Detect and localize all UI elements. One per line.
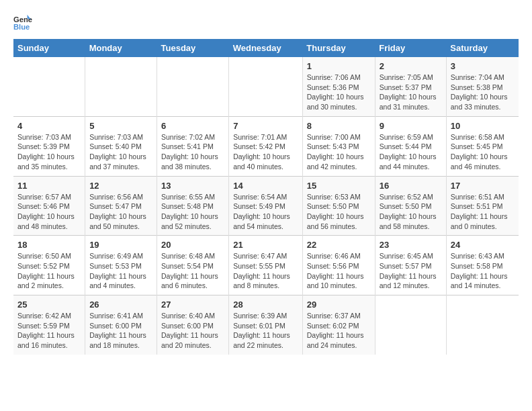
calendar-cell: 20Sunrise: 6:48 AM Sunset: 5:54 PM Dayli… (157, 236, 229, 295)
day-detail: Sunrise: 6:55 AM Sunset: 5:48 PM Dayligh… (161, 192, 224, 232)
page-header: General Blue (13, 13, 519, 32)
day-detail: Sunrise: 6:51 AM Sunset: 5:51 PM Dayligh… (451, 192, 515, 232)
day-number: 15 (307, 181, 371, 191)
day-number: 11 (17, 181, 81, 191)
week-row-3: 11Sunrise: 6:57 AM Sunset: 5:46 PM Dayli… (13, 176, 519, 236)
day-detail: Sunrise: 6:43 AM Sunset: 5:58 PM Dayligh… (451, 251, 515, 291)
calendar-cell: 13Sunrise: 6:55 AM Sunset: 5:48 PM Dayli… (157, 176, 229, 236)
calendar-cell: 4Sunrise: 7:03 AM Sunset: 5:39 PM Daylig… (13, 116, 85, 176)
day-detail: Sunrise: 6:54 AM Sunset: 5:49 PM Dayligh… (233, 192, 298, 232)
calendar-cell: 12Sunrise: 6:56 AM Sunset: 5:47 PM Dayli… (85, 176, 157, 236)
day-detail: Sunrise: 6:53 AM Sunset: 5:50 PM Dayligh… (307, 192, 371, 232)
week-row-5: 25Sunrise: 6:42 AM Sunset: 5:59 PM Dayli… (13, 295, 519, 355)
weekday-header-row: SundayMondayTuesdayWednesdayThursdayFrid… (13, 39, 519, 57)
calendar-table: SundayMondayTuesdayWednesdayThursdayFrid… (13, 39, 519, 355)
logo-icon: General Blue (13, 13, 32, 32)
calendar-cell: 10Sunrise: 6:58 AM Sunset: 5:45 PM Dayli… (446, 116, 519, 176)
weekday-header-thursday: Thursday (302, 39, 375, 57)
day-number: 10 (451, 121, 515, 131)
week-row-2: 4Sunrise: 7:03 AM Sunset: 5:39 PM Daylig… (13, 116, 519, 176)
day-detail: Sunrise: 6:46 AM Sunset: 5:56 PM Dayligh… (307, 251, 371, 291)
day-detail: Sunrise: 6:57 AM Sunset: 5:46 PM Dayligh… (17, 192, 81, 232)
day-number: 26 (89, 300, 152, 310)
calendar-cell: 3Sunrise: 7:04 AM Sunset: 5:38 PM Daylig… (446, 57, 519, 116)
day-number: 12 (89, 181, 152, 191)
weekday-header-saturday: Saturday (446, 39, 519, 57)
day-number: 13 (161, 181, 224, 191)
calendar-cell (446, 295, 519, 355)
day-number: 21 (233, 240, 298, 250)
day-detail: Sunrise: 7:00 AM Sunset: 5:43 PM Dayligh… (307, 132, 371, 172)
weekday-header-tuesday: Tuesday (157, 39, 229, 57)
day-number: 16 (380, 181, 442, 191)
day-detail: Sunrise: 7:04 AM Sunset: 5:38 PM Dayligh… (451, 73, 515, 112)
day-detail: Sunrise: 6:40 AM Sunset: 6:00 PM Dayligh… (161, 311, 224, 351)
day-number: 24 (451, 240, 515, 250)
day-detail: Sunrise: 6:41 AM Sunset: 6:00 PM Dayligh… (89, 311, 152, 351)
day-number: 23 (380, 240, 442, 250)
day-detail: Sunrise: 7:05 AM Sunset: 5:37 PM Dayligh… (380, 73, 442, 112)
day-number: 22 (307, 240, 371, 250)
day-number: 5 (89, 121, 152, 131)
calendar-cell: 2Sunrise: 7:05 AM Sunset: 5:37 PM Daylig… (375, 57, 446, 116)
day-detail: Sunrise: 7:01 AM Sunset: 5:42 PM Dayligh… (233, 132, 298, 172)
day-number: 17 (451, 181, 515, 191)
day-number: 28 (233, 300, 298, 310)
day-detail: Sunrise: 7:03 AM Sunset: 5:39 PM Dayligh… (17, 132, 81, 172)
calendar-cell: 9Sunrise: 6:59 AM Sunset: 5:44 PM Daylig… (375, 116, 446, 176)
calendar-cell: 28Sunrise: 6:39 AM Sunset: 6:01 PM Dayli… (229, 295, 303, 355)
day-detail: Sunrise: 6:45 AM Sunset: 5:57 PM Dayligh… (380, 251, 442, 291)
day-detail: Sunrise: 7:03 AM Sunset: 5:40 PM Dayligh… (89, 132, 152, 172)
calendar-cell: 14Sunrise: 6:54 AM Sunset: 5:49 PM Dayli… (229, 176, 303, 236)
calendar-cell: 8Sunrise: 7:00 AM Sunset: 5:43 PM Daylig… (302, 116, 375, 176)
calendar-cell: 5Sunrise: 7:03 AM Sunset: 5:40 PM Daylig… (85, 116, 157, 176)
day-number: 1 (307, 61, 371, 71)
calendar-cell: 29Sunrise: 6:37 AM Sunset: 6:02 PM Dayli… (302, 295, 375, 355)
svg-text:Blue: Blue (13, 23, 30, 31)
day-number: 3 (451, 61, 515, 71)
logo: General Blue (13, 13, 32, 32)
day-number: 19 (89, 240, 152, 250)
day-number: 7 (233, 121, 298, 131)
week-row-4: 18Sunrise: 6:50 AM Sunset: 5:52 PM Dayli… (13, 236, 519, 295)
day-detail: Sunrise: 7:02 AM Sunset: 5:41 PM Dayligh… (161, 132, 224, 172)
calendar-cell (85, 57, 157, 116)
weekday-header-wednesday: Wednesday (229, 39, 303, 57)
calendar-cell: 18Sunrise: 6:50 AM Sunset: 5:52 PM Dayli… (13, 236, 85, 295)
weekday-header-sunday: Sunday (13, 39, 85, 57)
day-detail: Sunrise: 6:39 AM Sunset: 6:01 PM Dayligh… (233, 311, 298, 351)
calendar-cell (13, 57, 85, 116)
day-number: 4 (17, 121, 81, 131)
day-detail: Sunrise: 7:06 AM Sunset: 5:36 PM Dayligh… (307, 73, 371, 112)
day-detail: Sunrise: 6:52 AM Sunset: 5:50 PM Dayligh… (380, 192, 442, 232)
calendar-cell: 27Sunrise: 6:40 AM Sunset: 6:00 PM Dayli… (157, 295, 229, 355)
calendar-cell: 1Sunrise: 7:06 AM Sunset: 5:36 PM Daylig… (302, 57, 375, 116)
calendar-cell: 23Sunrise: 6:45 AM Sunset: 5:57 PM Dayli… (375, 236, 446, 295)
calendar-cell: 6Sunrise: 7:02 AM Sunset: 5:41 PM Daylig… (157, 116, 229, 176)
day-number: 29 (307, 300, 371, 310)
weekday-header-monday: Monday (85, 39, 157, 57)
calendar-cell: 22Sunrise: 6:46 AM Sunset: 5:56 PM Dayli… (302, 236, 375, 295)
calendar-cell: 21Sunrise: 6:47 AM Sunset: 5:55 PM Dayli… (229, 236, 303, 295)
calendar-cell: 15Sunrise: 6:53 AM Sunset: 5:50 PM Dayli… (302, 176, 375, 236)
day-detail: Sunrise: 6:47 AM Sunset: 5:55 PM Dayligh… (233, 251, 298, 291)
calendar-cell: 7Sunrise: 7:01 AM Sunset: 5:42 PM Daylig… (229, 116, 303, 176)
day-detail: Sunrise: 6:58 AM Sunset: 5:45 PM Dayligh… (451, 132, 515, 172)
day-detail: Sunrise: 6:56 AM Sunset: 5:47 PM Dayligh… (89, 192, 152, 232)
day-detail: Sunrise: 6:42 AM Sunset: 5:59 PM Dayligh… (17, 311, 81, 351)
day-detail: Sunrise: 6:49 AM Sunset: 5:53 PM Dayligh… (89, 251, 152, 291)
day-detail: Sunrise: 6:59 AM Sunset: 5:44 PM Dayligh… (380, 132, 442, 172)
week-row-1: 1Sunrise: 7:06 AM Sunset: 5:36 PM Daylig… (13, 57, 519, 116)
day-detail: Sunrise: 6:37 AM Sunset: 6:02 PM Dayligh… (307, 311, 371, 351)
calendar-cell (229, 57, 303, 116)
calendar-cell: 24Sunrise: 6:43 AM Sunset: 5:58 PM Dayli… (446, 236, 519, 295)
calendar-cell: 11Sunrise: 6:57 AM Sunset: 5:46 PM Dayli… (13, 176, 85, 236)
calendar-cell: 16Sunrise: 6:52 AM Sunset: 5:50 PM Dayli… (375, 176, 446, 236)
day-detail: Sunrise: 6:48 AM Sunset: 5:54 PM Dayligh… (161, 251, 224, 291)
day-number: 6 (161, 121, 224, 131)
svg-text:General: General (13, 15, 32, 24)
day-number: 2 (380, 61, 442, 71)
calendar-cell (375, 295, 446, 355)
calendar-cell: 26Sunrise: 6:41 AM Sunset: 6:00 PM Dayli… (85, 295, 157, 355)
weekday-header-friday: Friday (375, 39, 446, 57)
